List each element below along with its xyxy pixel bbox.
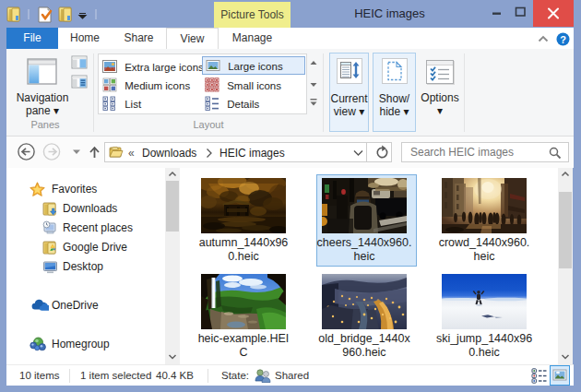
- svg-text:?: ?: [560, 34, 566, 45]
